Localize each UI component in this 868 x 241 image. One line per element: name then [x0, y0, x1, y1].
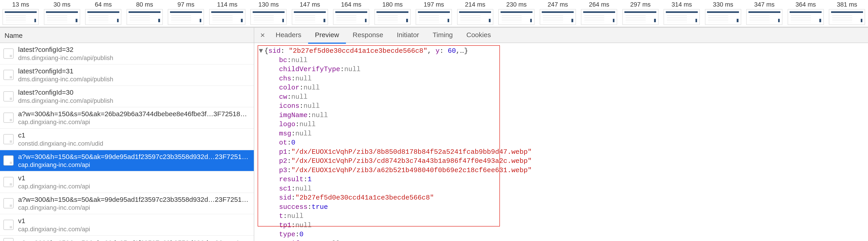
- json-value: 0: [300, 230, 304, 239]
- json-property-row[interactable]: color: null: [258, 83, 868, 92]
- request-row[interactable]: latest?configId=32dms.dingxiang-inc.com/…: [0, 43, 254, 65]
- filmstrip-thumbnail: [498, 9, 534, 25]
- preview-pane[interactable]: ▼{sid: "2b27ef5d0e30ccd41a1ce3becde566c8…: [254, 43, 868, 241]
- tab-response[interactable]: Response: [346, 27, 390, 43]
- json-key: tp1: [279, 221, 291, 230]
- filmstrip-frame[interactable]: 264 ms: [579, 0, 620, 27]
- json-value: 1: [308, 175, 312, 184]
- json-property-row[interactable]: icons: null: [258, 101, 868, 111]
- filmstrip-time-label: 164 ms: [341, 0, 361, 9]
- filmstrip-frame[interactable]: 314 ms: [661, 0, 703, 27]
- file-icon: [3, 49, 13, 59]
- filmstrip-thumbnail: [787, 9, 824, 25]
- filmstrip-frame[interactable]: 230 ms: [496, 0, 537, 27]
- network-request-panel: Name latest?configId=32dms.dingxiang-inc…: [0, 27, 254, 241]
- tab-cookies[interactable]: Cookies: [460, 27, 498, 43]
- json-property-row[interactable]: imgName: null: [258, 111, 868, 120]
- json-property-row[interactable]: p3: "/dx/EUOX1cVqhP/zib3/a62b521b498040f…: [258, 166, 868, 175]
- tab-timing[interactable]: Timing: [426, 27, 460, 43]
- json-value: "/dx/EUOX1cVqhP/zib3/cd8742b3c74a43b1a98…: [291, 156, 532, 166]
- filmstrip-frame[interactable]: 114 ms: [207, 0, 248, 27]
- column-header-name[interactable]: Name: [0, 27, 254, 43]
- json-key: success: [279, 203, 308, 212]
- filmstrip-frame[interactable]: 30 ms: [41, 0, 83, 27]
- json-property-row[interactable]: msg: null: [258, 129, 868, 139]
- json-value: null: [324, 239, 340, 241]
- filmstrip-frame[interactable]: 97 ms: [165, 0, 207, 27]
- filmstrip-thumbnail: [374, 9, 411, 25]
- filmstrip-frame[interactable]: 180 ms: [372, 0, 413, 27]
- request-name: a?w=300&h=150&s=50&ak=99de95ad1f23597c23…: [18, 195, 250, 204]
- filmstrip-thumbnail: [250, 9, 287, 25]
- json-property-row[interactable]: cw: null: [258, 92, 868, 102]
- tab-headers[interactable]: Headers: [269, 27, 308, 43]
- main-area: Name latest?configId=32dms.dingxiang-inc…: [0, 27, 868, 241]
- filmstrip-frame[interactable]: 64 ms: [83, 0, 124, 27]
- filmstrip-frame[interactable]: 330 ms: [703, 0, 744, 27]
- request-row[interactable]: a?w=300&h=150&s=50&ak=99de95ad1f23597c23…: [0, 193, 254, 214]
- json-property-row[interactable]: verifyType: null: [258, 239, 868, 241]
- request-name: c1: [18, 131, 250, 140]
- request-row[interactable]: a?w=300&h=150&s=50&ak=99de95ad1f23597c23…: [0, 236, 254, 241]
- request-row[interactable]: v1cap.dingxiang-inc.com/api: [0, 214, 254, 236]
- json-value: null: [312, 111, 328, 120]
- json-summary-text: {sid: "2b27ef5d0e30ccd41a1ce3becde566c8"…: [265, 47, 468, 56]
- json-property-row[interactable]: sc1: null: [258, 184, 868, 193]
- tab-preview[interactable]: Preview: [308, 27, 346, 44]
- filmstrip-frame[interactable]: 347 ms: [744, 0, 785, 27]
- request-row[interactable]: a?w=300&h=150&s=50&ak=26ba29b6a3744dbebe…: [0, 108, 254, 129]
- json-property-row[interactable]: p1: "/dx/EUOX1cVqhP/zib3/8b850d8178b84f5…: [258, 147, 868, 157]
- request-row[interactable]: c1constid.dingxiang-inc.com/udid: [0, 129, 254, 150]
- filmstrip-frame[interactable]: 197 ms: [413, 0, 455, 27]
- json-key: verifyType: [279, 239, 320, 241]
- request-row[interactable]: latest?configId=30dms.dingxiang-inc.com/…: [0, 86, 254, 108]
- request-row[interactable]: latest?configId=31dms.dingxiang-inc.com/…: [0, 65, 254, 86]
- request-name: a?w=300&h=150&s=50&ak=99de95ad1f23597c23…: [18, 152, 250, 161]
- json-tree[interactable]: ▼{sid: "2b27ef5d0e30ccd41a1ce3becde566c8…: [254, 43, 868, 241]
- filmstrip-frame[interactable]: 297 ms: [620, 0, 661, 27]
- json-property-row[interactable]: logo: null: [258, 120, 868, 129]
- json-value: true: [312, 203, 328, 212]
- filmstrip-time-label: 64 ms: [95, 0, 112, 9]
- request-list[interactable]: latest?configId=32dms.dingxiang-inc.com/…: [0, 43, 254, 241]
- json-value: null: [287, 212, 304, 221]
- filmstrip-frame[interactable]: 364 ms: [785, 0, 827, 27]
- filmstrip-frame[interactable]: 247 ms: [537, 0, 579, 27]
- filmstrip-time-label: 197 ms: [424, 0, 444, 9]
- close-icon[interactable]: ×: [256, 31, 269, 40]
- tab-initiator[interactable]: Initiator: [390, 27, 426, 43]
- filmstrip-frame[interactable]: 214 ms: [455, 0, 496, 27]
- json-property-row[interactable]: p2: "/dx/EUOX1cVqhP/zib3/cd8742b3c74a43b…: [258, 156, 868, 166]
- filmstrip-frame[interactable]: 381 ms: [826, 0, 868, 27]
- json-property-row[interactable]: type: 0: [258, 230, 868, 239]
- filmstrip-frame[interactable]: 80 ms: [124, 0, 165, 27]
- filmstrip-time-label: 230 ms: [506, 0, 527, 9]
- filmstrip-frame[interactable]: 13 ms: [0, 0, 41, 27]
- json-property-row[interactable]: result: 1: [258, 175, 868, 184]
- json-value: null: [296, 74, 312, 83]
- json-property-row[interactable]: bc: null: [258, 56, 868, 65]
- filmstrip-thumbnail: [333, 9, 369, 25]
- filmstrip-thumbnail: [127, 9, 163, 25]
- json-property-row[interactable]: t: null: [258, 212, 868, 221]
- json-property-row[interactable]: ot: 0: [258, 138, 868, 147]
- json-property-row[interactable]: tp1: null: [258, 221, 868, 230]
- filmstrip-frame[interactable]: 130 ms: [248, 0, 289, 27]
- detail-panel: × HeadersPreviewResponseInitiatorTimingC…: [254, 27, 868, 241]
- filmstrip-frame[interactable]: 164 ms: [331, 0, 372, 27]
- json-property-row[interactable]: success: true: [258, 203, 868, 212]
- filmstrip-thumbnail: [44, 9, 80, 25]
- request-row[interactable]: a?w=300&h=150&s=50&ak=99de95ad1f23597c23…: [0, 150, 254, 172]
- json-property-row[interactable]: childVerifyType: null: [258, 65, 868, 74]
- filmstrip-time-label: 347 ms: [754, 0, 775, 9]
- request-row[interactable]: v1cap.dingxiang-inc.com/api: [0, 172, 254, 193]
- disclosure-triangle-icon[interactable]: ▼: [258, 47, 265, 56]
- json-root-summary[interactable]: ▼{sid: "2b27ef5d0e30ccd41a1ce3becde566c8…: [258, 47, 868, 56]
- filmstrip-frame[interactable]: 147 ms: [289, 0, 331, 27]
- json-property-row[interactable]: chs: null: [258, 74, 868, 83]
- json-property-row[interactable]: sid: "2b27ef5d0e30ccd41a1ce3becde566c8": [258, 193, 868, 203]
- request-subtitle: dms.dingxiang-inc.com/api/publish: [18, 97, 250, 104]
- filmstrip-time-label: 130 ms: [258, 0, 279, 9]
- json-value: "/dx/EUOX1cVqhP/zib3/a62b521b498040f0b69…: [291, 166, 532, 175]
- request-subtitle: constid.dingxiang-inc.com/udid: [18, 140, 250, 147]
